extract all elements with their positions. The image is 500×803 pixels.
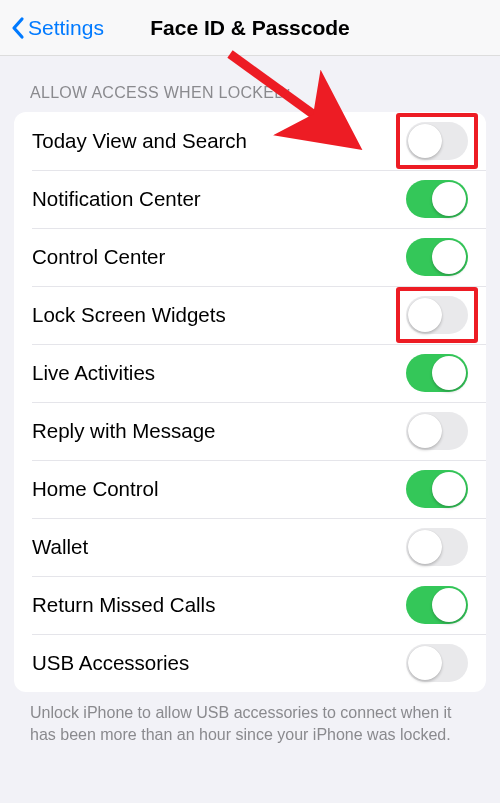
settings-row: Live Activities <box>14 344 486 402</box>
toggle-switch[interactable] <box>406 644 468 682</box>
toggle-switch[interactable] <box>406 296 468 334</box>
section-header-allow-access: ALLOW ACCESS WHEN LOCKED: <box>0 78 500 112</box>
row-label: Lock Screen Widgets <box>32 303 226 327</box>
row-label: Return Missed Calls <box>32 593 215 617</box>
content: ALLOW ACCESS WHEN LOCKED: Today View and… <box>0 56 500 745</box>
row-label: Live Activities <box>32 361 155 385</box>
settings-row: Today View and Search <box>14 112 486 170</box>
page-title: Face ID & Passcode <box>150 16 350 40</box>
row-label: Home Control <box>32 477 158 501</box>
settings-list: Today View and SearchNotification Center… <box>14 112 486 692</box>
row-label: Reply with Message <box>32 419 215 443</box>
settings-row: Return Missed Calls <box>14 576 486 634</box>
toggle-knob <box>408 124 442 158</box>
toggle-switch[interactable] <box>406 238 468 276</box>
settings-row: Notification Center <box>14 170 486 228</box>
chevron-left-icon <box>10 16 26 40</box>
toggle-knob <box>432 240 466 274</box>
row-label: Wallet <box>32 535 88 559</box>
row-label: Notification Center <box>32 187 201 211</box>
back-label: Settings <box>28 16 104 40</box>
toggle-knob <box>408 646 442 680</box>
toggle-knob <box>432 182 466 216</box>
settings-row: Wallet <box>14 518 486 576</box>
toggle-switch[interactable] <box>406 586 468 624</box>
toggle-switch[interactable] <box>406 122 468 160</box>
toggle-knob <box>408 530 442 564</box>
settings-row: Control Center <box>14 228 486 286</box>
row-label: USB Accessories <box>32 651 189 675</box>
toggle-switch[interactable] <box>406 354 468 392</box>
settings-row: Home Control <box>14 460 486 518</box>
settings-row: Reply with Message <box>14 402 486 460</box>
toggle-knob <box>432 472 466 506</box>
toggle-switch[interactable] <box>406 528 468 566</box>
toggle-knob <box>432 356 466 390</box>
navigation-bar: Settings Face ID & Passcode <box>0 0 500 56</box>
toggle-knob <box>432 588 466 622</box>
toggle-knob <box>408 414 442 448</box>
section-footer-usb: Unlock iPhone to allow USB accessories t… <box>0 692 500 745</box>
toggle-switch[interactable] <box>406 470 468 508</box>
toggle-knob <box>408 298 442 332</box>
settings-row: Lock Screen Widgets <box>14 286 486 344</box>
row-label: Control Center <box>32 245 165 269</box>
row-label: Today View and Search <box>32 129 247 153</box>
back-button[interactable]: Settings <box>0 16 104 40</box>
settings-row: USB Accessories <box>14 634 486 692</box>
toggle-switch[interactable] <box>406 412 468 450</box>
toggle-switch[interactable] <box>406 180 468 218</box>
